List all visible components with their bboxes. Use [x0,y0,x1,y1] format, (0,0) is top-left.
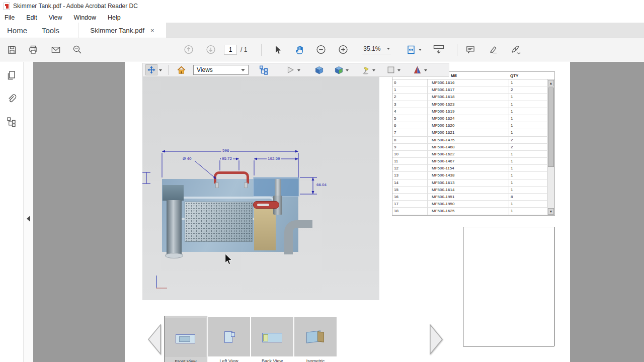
cell-index: 1 [392,86,428,93]
cross-section-button[interactable] [413,64,422,75]
table-row[interactable]: 9MF500-14682 [392,144,547,151]
zoom-in-button[interactable] [338,45,348,55]
toolbar-separator [457,44,457,56]
previous-page-button[interactable] [184,45,194,55]
cell-index: 5 [392,115,428,122]
cell-index: 13 [392,172,428,178]
cell-part-number: MF500-1614 [428,187,509,193]
chevron-down-icon[interactable] [346,69,349,73]
table-row[interactable]: 3MF500-16231 [392,101,547,108]
marquee-zoom-button[interactable] [72,45,83,55]
play-animation-button[interactable] [286,64,295,75]
table-row[interactable]: 2MF500-16181 [392,94,547,101]
table-row[interactable]: 13MF500-14381 [392,172,547,179]
background-color-button[interactable] [386,64,395,75]
tab-tools[interactable]: Tools [42,23,59,38]
chevron-down-icon[interactable] [297,69,300,73]
rotate-tool-button[interactable] [145,64,157,75]
table-row[interactable]: 0MF500-16161 [392,79,547,86]
menu-view[interactable]: View [49,14,62,21]
close-tab-icon[interactable]: × [150,27,154,34]
menu-window[interactable]: Window [74,14,96,21]
table-row[interactable]: 7MF500-16211 [392,129,547,136]
scrollbar-thumb[interactable] [548,87,554,167]
tab-home[interactable]: Home [7,23,27,38]
dimension-handle-width: 95.72 [221,156,233,161]
fit-page-button[interactable] [406,45,416,55]
scroll-up-icon[interactable]: ▲ [548,80,554,86]
table-row[interactable]: 12MF500-11541 [392,165,547,172]
table-row[interactable]: 4MF500-16191 [392,108,547,115]
chevron-down-icon[interactable] [397,69,400,73]
cone-cross-section-icon [413,65,422,75]
table-row[interactable]: 14MF500-16131 [392,179,547,187]
view-thumbnail-left[interactable]: Left View [207,316,251,362]
zoom-out-button[interactable] [316,45,326,55]
next-page-button[interactable] [206,45,216,55]
carousel-next-button[interactable] [429,324,443,355]
pane-splitter[interactable] [24,62,33,362]
cell-part-number: MF500-1467 [428,158,509,164]
default-view-button[interactable] [177,64,186,75]
use-orthographic-projection-button[interactable] [314,64,324,75]
menu-edit[interactable]: Edit [26,14,37,21]
hand-tool-button[interactable] [295,45,305,55]
arrow-left-icon [147,324,162,355]
fill-sign-button[interactable] [510,45,522,55]
model-tree-button[interactable] [6,116,17,127]
toggle-model-tree-button[interactable] [259,64,269,75]
table-row[interactable]: 16MF500-19518 [392,194,547,201]
pdf-page: Views [125,62,570,362]
view-thumbnail-back[interactable]: Back View [251,316,294,362]
chevron-down-icon[interactable] [372,69,375,73]
chevron-down-icon[interactable] [424,69,427,73]
table-row[interactable]: 5MF500-16241 [392,115,547,122]
page-thumbnails-button[interactable] [6,70,17,81]
lighting-button[interactable] [361,64,370,75]
pointer-icon [273,45,283,55]
select-tool-button[interactable] [273,45,283,55]
view-thumbnail-front[interactable]: Front View [164,316,207,362]
cube-icon [314,65,324,75]
table-row[interactable]: 15MF500-16141 [392,187,547,194]
tab-document[interactable]: Skimmer Tank.pdf × [78,23,167,38]
comment-button[interactable] [465,45,475,55]
page-number-input[interactable] [224,45,237,55]
menu-help[interactable]: Help [108,14,121,21]
scroll-down-icon[interactable]: ▼ [548,208,554,215]
email-button[interactable] [51,45,61,55]
acrobat-window: Skimmer Tank.pdf - Adobe Acrobat Reader … [0,0,644,362]
print-button[interactable] [28,45,38,55]
zoom-level-dropdown[interactable]: 35.1% [362,45,391,54]
table-row[interactable]: 17MF500-19501 [392,201,547,208]
column-header-name: ME [451,73,457,78]
table-row[interactable]: 10MF500-16221 [392,151,547,158]
attachments-button[interactable] [6,93,17,104]
model-render-mode-button[interactable] [334,64,344,75]
table-row[interactable]: 6MF500-16201 [392,122,547,129]
title-bar: Skimmer Tank.pdf - Adobe Acrobat Reader … [0,0,644,12]
views-dropdown[interactable]: Views [193,65,249,75]
table-row[interactable]: 11MF500-14671 [392,158,547,165]
cell-qty: 1 [509,208,547,214]
cell-part-number: MF500-1616 [428,79,509,86]
save-button[interactable] [7,45,17,55]
table-row[interactable]: 8MF500-14752 [392,137,547,144]
table-scrollbar[interactable]: ▲ ▼ [547,79,554,215]
chevron-down-icon [387,48,390,51]
table-row[interactable]: 18MF500-16251 [392,208,547,215]
collapse-pane-icon[interactable] [27,216,30,222]
highlight-button[interactable] [488,45,498,55]
thumbnail-image [251,317,293,356]
navigation-pane [0,62,24,362]
cell-part-number: MF500-1154 [428,165,509,171]
carousel-previous-button[interactable] [147,324,162,355]
table-row[interactable]: 1MF500-16172 [392,86,547,94]
view-label: Isometric [294,358,337,362]
toolbar-dock-button[interactable] [433,45,445,55]
chevron-down-icon[interactable] [419,49,422,52]
3d-viewport[interactable]: 596 Ø 40 95.72 192.59 66.04 [142,77,379,300]
chevron-down-icon[interactable] [159,69,162,73]
view-thumbnail-iso[interactable]: Isometric [294,316,337,362]
menu-file[interactable]: File [5,14,15,21]
